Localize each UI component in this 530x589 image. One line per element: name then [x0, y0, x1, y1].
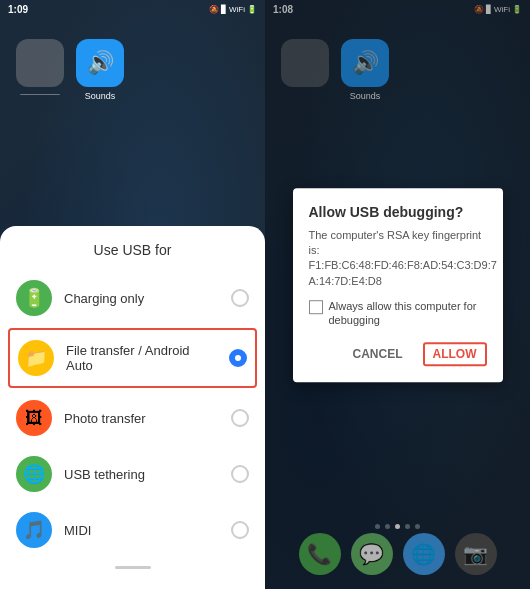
charging-radio[interactable] [231, 289, 249, 307]
left-app-placeholder: ──────── [16, 39, 64, 101]
usb-option-charging[interactable]: 🔋 Charging only [0, 270, 265, 326]
photo-label: Photo transfer [64, 411, 219, 426]
photo-icon: 🖼 [16, 400, 52, 436]
notification-icon: 🔕 [209, 5, 219, 14]
sounds-icon: 🔊 [76, 39, 124, 87]
debug-dialog-buttons: CANCEL ALLOW [309, 342, 487, 366]
battery-icon: 🔋 [247, 5, 257, 14]
left-home-icons: ──────── 🔊 Sounds [0, 19, 265, 109]
debug-allow-button[interactable]: ALLOW [423, 342, 487, 366]
left-status-icons: 🔕 ▊ WiFi 🔋 [209, 5, 257, 14]
tethering-label: USB tethering [64, 467, 219, 482]
tethering-icon: 🌐 [16, 456, 52, 492]
right-phone: 1:08 🔕 ▊ WiFi 🔋 🔊 Sounds Allow USB debug… [265, 0, 530, 589]
always-allow-label: Always allow this computer for debugging [329, 299, 487, 328]
charging-icon: 🔋 [16, 280, 52, 316]
left-status-bar: 1:09 🔕 ▊ WiFi 🔋 [0, 0, 265, 19]
usb-option-midi[interactable]: 🎵 MIDI [0, 502, 265, 558]
sheet-drag-handle[interactable] [115, 566, 151, 569]
midi-radio[interactable] [231, 521, 249, 539]
debug-dialog-body: The computer's RSA key fingerprint is: F… [309, 228, 487, 290]
left-phone: 1:09 🔕 ▊ WiFi 🔋 ──────── 🔊 Sounds Use US… [0, 0, 265, 589]
always-allow-checkbox[interactable] [309, 300, 323, 314]
midi-label: MIDI [64, 523, 219, 538]
wifi-icon: WiFi [229, 5, 245, 14]
placeholder-icon [16, 39, 64, 87]
usb-option-file-transfer[interactable]: 📁 File transfer / Android Auto [8, 328, 257, 388]
tethering-radio[interactable] [231, 465, 249, 483]
sounds-label: Sounds [85, 91, 116, 101]
charging-label: Charging only [64, 291, 219, 306]
usb-option-tethering[interactable]: 🌐 USB tethering [0, 446, 265, 502]
debug-dialog-title: Allow USB debugging? [309, 204, 487, 220]
usb-option-photo[interactable]: 🖼 Photo transfer [0, 390, 265, 446]
signal-icon: ▊ [221, 5, 227, 14]
debug-cancel-button[interactable]: CANCEL [345, 342, 411, 366]
file-transfer-label: File transfer / Android Auto [66, 343, 217, 373]
midi-icon: 🎵 [16, 512, 52, 548]
file-transfer-radio[interactable] [229, 349, 247, 367]
usb-debug-dialog: Allow USB debugging? The computer's RSA … [293, 188, 503, 382]
debug-checkbox-row[interactable]: Always allow this computer for debugging [309, 299, 487, 328]
usb-sheet-title: Use USB for [0, 242, 265, 258]
left-sounds-app[interactable]: 🔊 Sounds [76, 39, 124, 101]
file-transfer-icon: 📁 [18, 340, 54, 376]
left-time: 1:09 [8, 4, 28, 15]
photo-radio[interactable] [231, 409, 249, 427]
usb-bottom-sheet: Use USB for 🔋 Charging only 📁 File trans… [0, 226, 265, 589]
